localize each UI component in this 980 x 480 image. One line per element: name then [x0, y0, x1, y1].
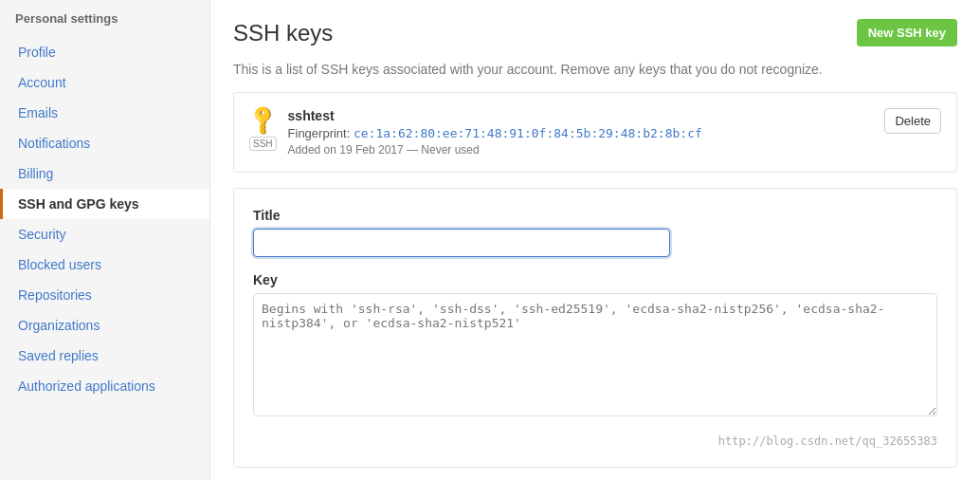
new-ssh-key-button[interactable]: New SSH key — [857, 19, 957, 46]
key-form-group: Key — [253, 272, 937, 419]
watermark: http://blog.csdn.net/qq_32655383 — [253, 434, 937, 448]
sidebar: Personal settings Profile Account Emails… — [0, 0, 210, 480]
key-name: sshtest — [288, 108, 702, 123]
sidebar-item-repositories[interactable]: Repositories — [0, 280, 209, 310]
info-text: This is a list of SSH keys associated wi… — [233, 62, 957, 77]
sidebar-item-security[interactable]: Security — [0, 219, 209, 249]
ssh-key-left: 🔑 SSH sshtest Fingerprint: ce:1a:62:80:e… — [249, 108, 702, 157]
sidebar-item-billing[interactable]: Billing — [0, 158, 209, 189]
ssh-key-card: 🔑 SSH sshtest Fingerprint: ce:1a:62:80:e… — [233, 92, 957, 173]
fingerprint-label: Fingerprint: — [288, 126, 351, 140]
sidebar-item-ssh-gpg-keys[interactable]: SSH and GPG keys — [0, 189, 209, 219]
main-content: SSH keys New SSH key This is a list of S… — [210, 0, 980, 480]
key-label: Key — [253, 272, 937, 287]
sidebar-item-account[interactable]: Account — [0, 67, 209, 98]
key-icon: 🔑 — [245, 102, 281, 138]
title-form-group: Title — [253, 208, 937, 257]
delete-button[interactable]: Delete — [884, 108, 941, 134]
sidebar-item-profile[interactable]: Profile — [0, 37, 209, 67]
added-info: Added on 19 Feb 2017 — Never used — [288, 143, 702, 157]
sidebar-item-authorized-applications[interactable]: Authorized applications — [0, 371, 209, 401]
sidebar-header: Personal settings — [0, 0, 209, 37]
title-label: Title — [253, 208, 937, 223]
key-textarea[interactable] — [253, 293, 937, 416]
page-header: SSH keys New SSH key — [233, 19, 957, 46]
ssh-badge: SSH — [249, 137, 277, 151]
fingerprint: Fingerprint: ce:1a:62:80:ee:71:48:91:0f:… — [288, 126, 702, 140]
ssh-key-info: sshtest Fingerprint: ce:1a:62:80:ee:71:4… — [288, 108, 702, 157]
sidebar-item-emails[interactable]: Emails — [0, 98, 209, 128]
sidebar-item-notifications[interactable]: Notifications — [0, 128, 209, 158]
page-title: SSH keys — [233, 20, 333, 46]
sidebar-item-saved-replies[interactable]: Saved replies — [0, 341, 209, 371]
title-input[interactable] — [253, 229, 670, 257]
sidebar-item-organizations[interactable]: Organizations — [0, 310, 209, 341]
fingerprint-hash: ce:1a:62:80:ee:71:48:91:0f:84:5b:29:48:b… — [354, 126, 702, 140]
sidebar-item-blocked-users[interactable]: Blocked users — [0, 249, 209, 280]
add-key-form: Title Key http://blog.csdn.net/qq_326553… — [233, 188, 957, 468]
ssh-key-icon-area: 🔑 SSH — [249, 108, 277, 151]
